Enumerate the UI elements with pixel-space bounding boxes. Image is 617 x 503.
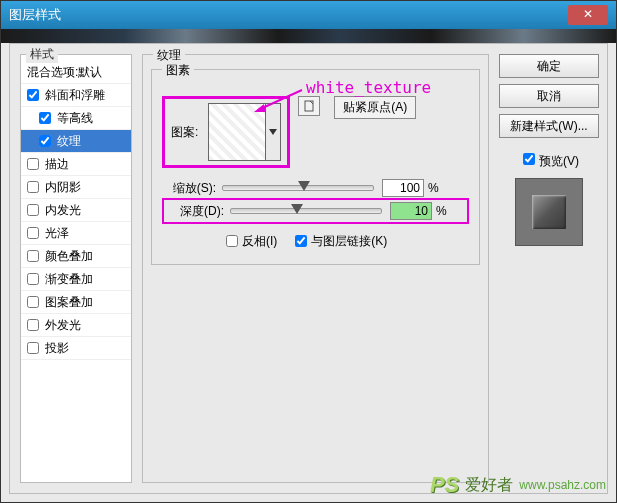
- style-label: 内发光: [45, 202, 81, 219]
- depth-slider[interactable]: [230, 208, 382, 214]
- right-column: 确定 取消 新建样式(W)... 预览(V): [499, 54, 599, 246]
- style-checkbox[interactable]: [27, 250, 39, 262]
- watermark-cn: 爱好者: [465, 475, 513, 496]
- close-button[interactable]: ✕: [568, 5, 608, 25]
- preview-checkbox[interactable]: 预览(V): [519, 150, 579, 170]
- chevron-down-icon: [269, 129, 277, 135]
- pattern-swatch[interactable]: [208, 103, 266, 161]
- style-item[interactable]: 纹理: [21, 130, 131, 153]
- element-subgroup: 图素 图案: 贴紧原点(A) 缩放(S):: [151, 69, 480, 265]
- style-checkbox[interactable]: [39, 135, 51, 147]
- styles-list: 混合选项:默认斜面和浮雕等高线纹理描边内阴影内发光光泽颜色叠加渐变叠加图案叠加外…: [20, 54, 132, 483]
- style-label: 内阴影: [45, 179, 81, 196]
- sub-title: 图素: [162, 62, 194, 79]
- style-label: 渐变叠加: [45, 271, 93, 288]
- style-item[interactable]: 颜色叠加: [21, 245, 131, 268]
- new-pattern-button[interactable]: [298, 96, 320, 116]
- style-checkbox[interactable]: [27, 181, 39, 193]
- window-title: 图层样式: [9, 6, 61, 24]
- preview-thumbnail: [532, 195, 566, 229]
- style-checkbox[interactable]: [27, 342, 39, 354]
- cancel-button[interactable]: 取消: [499, 84, 599, 108]
- titlebar: 图层样式 ✕: [1, 1, 616, 29]
- style-item[interactable]: 内阴影: [21, 176, 131, 199]
- style-label: 图案叠加: [45, 294, 93, 311]
- pattern-label: 图案:: [171, 124, 198, 141]
- style-label: 等高线: [57, 110, 93, 127]
- style-checkbox[interactable]: [27, 227, 39, 239]
- invert-checkbox[interactable]: 反相(I): [222, 232, 277, 250]
- link-layer-checkbox[interactable]: 与图层链接(K): [291, 232, 387, 250]
- layer-style-dialog: 图层样式 ✕ 样式 混合选项:默认斜面和浮雕等高线纹理描边内阴影内发光光泽颜色叠…: [0, 0, 617, 503]
- depth-label: 深度(D):: [170, 203, 224, 220]
- depth-highlight: 深度(D): 10 %: [162, 198, 469, 224]
- style-checkbox[interactable]: [27, 319, 39, 331]
- style-checkbox[interactable]: [27, 296, 39, 308]
- ps-logo: PS: [430, 472, 459, 498]
- style-label: 光泽: [45, 225, 69, 242]
- style-label: 外发光: [45, 317, 81, 334]
- scale-row: 缩放(S): 100 %: [162, 178, 469, 198]
- styles-header: 样式: [26, 46, 58, 63]
- style-label: 斜面和浮雕: [45, 87, 105, 104]
- style-item[interactable]: 图案叠加: [21, 291, 131, 314]
- style-label: 描边: [45, 156, 69, 173]
- style-item[interactable]: 描边: [21, 153, 131, 176]
- slider-thumb[interactable]: [291, 204, 303, 214]
- style-item[interactable]: 等高线: [21, 107, 131, 130]
- slider-thumb[interactable]: [298, 181, 310, 191]
- pattern-highlight: 图案:: [162, 96, 290, 168]
- percent-label: %: [428, 181, 439, 195]
- style-item[interactable]: 内发光: [21, 199, 131, 222]
- scale-label: 缩放(S):: [162, 180, 216, 197]
- watermark-url: www.psahz.com: [519, 478, 606, 492]
- style-label: 纹理: [57, 133, 81, 150]
- style-checkbox[interactable]: [27, 204, 39, 216]
- scale-input[interactable]: 100: [382, 179, 424, 197]
- header-decor: [1, 29, 616, 43]
- depth-input[interactable]: 10: [390, 202, 432, 220]
- style-label: 颜色叠加: [45, 248, 93, 265]
- snap-origin-button[interactable]: 贴紧原点(A): [334, 96, 416, 119]
- blend-options[interactable]: 混合选项:默认: [21, 61, 131, 84]
- pattern-dropdown[interactable]: [266, 103, 281, 161]
- new-style-button[interactable]: 新建样式(W)...: [499, 114, 599, 138]
- ok-button[interactable]: 确定: [499, 54, 599, 78]
- percent-label: %: [436, 204, 447, 218]
- dialog-body: 样式 混合选项:默认斜面和浮雕等高线纹理描边内阴影内发光光泽颜色叠加渐变叠加图案…: [9, 43, 608, 494]
- style-item[interactable]: 外发光: [21, 314, 131, 337]
- style-checkbox[interactable]: [27, 89, 39, 101]
- scale-slider[interactable]: [222, 185, 374, 191]
- style-item[interactable]: 光泽: [21, 222, 131, 245]
- style-item[interactable]: 渐变叠加: [21, 268, 131, 291]
- style-item[interactable]: 投影: [21, 337, 131, 360]
- preview-box: [515, 178, 583, 246]
- style-checkbox[interactable]: [27, 158, 39, 170]
- style-label: 投影: [45, 340, 69, 357]
- style-checkbox[interactable]: [39, 112, 51, 124]
- watermark: PS 爱好者 www.psahz.com: [430, 472, 606, 498]
- texture-group: 纹理 图素 图案: 贴紧原点(A): [142, 54, 489, 483]
- style-item[interactable]: 斜面和浮雕: [21, 84, 131, 107]
- style-checkbox[interactable]: [27, 273, 39, 285]
- page-icon: [303, 100, 315, 112]
